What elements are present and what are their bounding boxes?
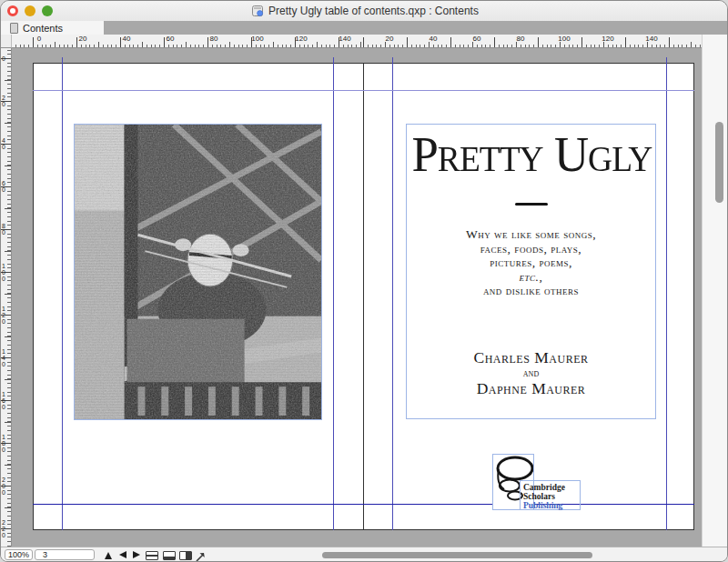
ruler-label: 100	[2, 263, 6, 282]
spread-view-icon[interactable]	[146, 551, 158, 560]
ruler-corner	[1, 35, 12, 48]
ruler-ticks	[12, 35, 363, 48]
guide-vertical-right-page-left[interactable]	[392, 57, 393, 530]
publisher-text-box[interactable]: Cambridge Scholars Publishing	[520, 480, 581, 510]
title-text-box[interactable]: Pretty Ugly Why we like some songs, face…	[406, 124, 656, 419]
publisher-name-line: Scholars	[523, 492, 580, 501]
ruler-label: 20	[386, 35, 394, 43]
ruler-label: 20	[2, 95, 6, 107]
ruler-label: 120	[295, 35, 307, 43]
zoom-level-field[interactable]: 100%	[5, 549, 33, 560]
ruler-label: 160	[2, 391, 6, 410]
status-bar: 100% 3	[1, 547, 728, 562]
ruler-label: 80	[210, 35, 218, 43]
page-spine	[363, 63, 364, 530]
window-titlebar[interactable]: Pretty Ugly table of contents.qxp : Cont…	[1, 1, 728, 21]
ruler-label: 220	[2, 519, 6, 538]
ruler-label: 0	[37, 35, 41, 43]
previous-page-icon[interactable]	[119, 551, 126, 558]
ruler-label: 40	[430, 35, 438, 43]
page-icon	[10, 23, 18, 34]
engraving-picture-box[interactable]	[74, 124, 322, 420]
document-proxy-icon	[251, 5, 264, 17]
tab-label: Contents	[23, 23, 63, 34]
page-up-icon[interactable]	[105, 552, 112, 559]
ruler-label: 140	[339, 35, 350, 43]
ruler-label: 40	[123, 35, 131, 43]
author-conjunction: and	[407, 366, 655, 380]
split-horizontal-icon[interactable]	[163, 551, 176, 560]
publisher-name-line: Cambridge	[523, 483, 580, 492]
engraving-image	[75, 125, 321, 419]
detach-window-icon[interactable]	[195, 550, 206, 561]
publisher-name-line: Publishing	[523, 501, 580, 510]
author-name: Daphne Maurer	[407, 380, 655, 397]
quarkxpress-window: Pretty Ugly table of contents.qxp : Cont…	[0, 0, 728, 562]
ruler-label: 80	[2, 223, 6, 236]
ruler-label: 100	[558, 35, 570, 43]
horizontal-scrollbar-thumb[interactable]	[322, 552, 592, 558]
guide-vertical-left-page-right[interactable]	[333, 57, 334, 530]
ruler-label: 180	[2, 434, 6, 453]
subtitle-line: Why we like some songs,	[407, 227, 655, 242]
ruler-label: 0	[2, 55, 6, 62]
ruler-label: 60	[473, 35, 481, 43]
book-title: Pretty Ugly	[411, 128, 650, 181]
ruler-label: 60	[167, 35, 175, 43]
title-divider	[515, 203, 548, 206]
next-page-icon[interactable]	[133, 551, 140, 558]
guide-horizontal-bottom[interactable]	[33, 504, 694, 505]
author-name: Charles Maurer	[407, 349, 655, 366]
vertical-scrollbar-thumb[interactable]	[715, 122, 723, 203]
ruler-label: 100	[251, 35, 263, 43]
document-canvas[interactable]: Pretty Ugly Why we like some songs, face…	[12, 48, 703, 547]
tab-bar: Contents	[1, 21, 728, 35]
ruler-label: 20	[79, 35, 87, 43]
horizontal-ruler[interactable]: 02040608010012014020406080100120140	[12, 35, 703, 48]
title-area: Pretty Ugly table of contents.qxp : Cont…	[1, 1, 728, 21]
guide-vertical-right-margin[interactable]	[666, 57, 667, 530]
subtitle-line: pictures, poems,	[407, 256, 655, 270]
subtitle-line: faces, foods, plays,	[407, 242, 655, 256]
tab-contents[interactable]: Contents	[5, 21, 68, 35]
vertical-ruler[interactable]: 020406080100120140160180200220	[1, 48, 12, 547]
vertical-scrollbar[interactable]	[702, 35, 727, 547]
ruler-label: 120	[602, 35, 613, 43]
subtitle-line-italic: etc.,	[407, 270, 655, 285]
guide-vertical-left-margin[interactable]	[62, 57, 63, 530]
book-subtitle: Why we like some songs, faces, foods, pl…	[407, 227, 655, 298]
ruler-label: 80	[517, 35, 525, 43]
window-title: Pretty Ugly table of contents.qxp : Cont…	[268, 5, 479, 17]
split-vertical-icon[interactable]	[179, 551, 192, 560]
page-number-field[interactable]: 3	[35, 549, 95, 560]
guide-horizontal-top[interactable]	[33, 90, 694, 91]
subtitle-line: and dislike others	[407, 284, 655, 298]
ruler-label: 120	[2, 306, 6, 325]
ruler-label: 140	[645, 35, 657, 43]
ruler-label: 60	[2, 180, 6, 193]
ruler-label: 140	[2, 348, 6, 367]
ruler-label: 40	[2, 137, 6, 150]
ruler-label: 200	[2, 477, 6, 496]
book-authors: Charles Maurer and Daphne Maurer	[407, 349, 655, 397]
